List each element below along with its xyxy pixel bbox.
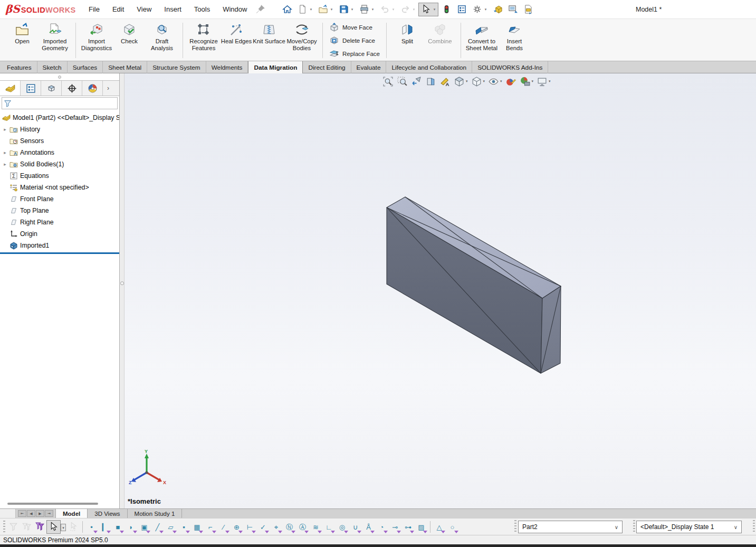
view-menu[interactable]: View	[130, 1, 158, 18]
filter-sketches-button[interactable]: ▦	[190, 520, 204, 534]
move-face-button[interactable]: Move Face	[327, 21, 382, 33]
print-button[interactable]: ▾	[357, 3, 377, 16]
toolbar-drag-handle[interactable]	[3, 521, 5, 533]
tree-item-top-plane[interactable]: Top Plane	[0, 205, 119, 216]
replace-face-button[interactable]: Replace Face	[327, 48, 382, 60]
filter-faces-button[interactable]: ■	[111, 520, 125, 534]
dropdown-caret[interactable]: ▾	[308, 7, 313, 12]
select-tool-button[interactable]: ▾	[46, 520, 61, 534]
filter-connection-points-button[interactable]: ⊸	[388, 520, 401, 534]
surfaces-tab[interactable]: Surfaces	[68, 61, 103, 73]
convert-to-sheet-metal-button[interactable]: Convert to Sheet Metal	[465, 20, 498, 61]
tree-item-equations[interactable]: Σ Equations	[0, 170, 119, 182]
tools-menu[interactable]: Tools	[188, 1, 216, 18]
filter-blocks-button[interactable]: Å	[362, 520, 375, 534]
filter-dimensions-button[interactable]: ⊢	[243, 520, 256, 534]
combo-caret-icon[interactable]: ∨	[734, 524, 738, 530]
insert-bends-button[interactable]: Insert Bends	[498, 20, 531, 61]
expand-arrow-icon[interactable]	[2, 162, 8, 167]
tree-item-right-plane[interactable]: Right Plane	[0, 216, 119, 228]
window-menu[interactable]: Window	[216, 1, 253, 18]
draft-analysis-button[interactable]: Draft Analysis	[146, 20, 178, 61]
direct-editing-tab[interactable]: Direct Editing	[303, 61, 351, 73]
dropdown-caret[interactable]: ▾	[432, 7, 437, 12]
split-button[interactable]: Split	[391, 20, 424, 61]
capture-3d-view-button[interactable]	[505, 3, 520, 16]
3d-model[interactable]	[125, 73, 756, 508]
file-properties-button[interactable]	[454, 3, 469, 16]
move-copy-bodies-button[interactable]: Move/Copy Bodies	[285, 20, 318, 61]
dimxpertmanager-tab[interactable]	[62, 81, 82, 96]
panel-tabs-expand-button[interactable]: ›	[103, 81, 113, 96]
filter-routing-points-button[interactable]: ⊶	[401, 520, 415, 534]
panel-horizontal-scrollbar[interactable]	[7, 503, 98, 505]
toggle-selection-filters-button[interactable]	[33, 520, 46, 534]
filter-weld-beads-button[interactable]: △	[433, 520, 446, 534]
model-tab[interactable]: Model	[55, 509, 88, 518]
toolbar-drag-handle[interactable]	[633, 520, 635, 533]
panel-resize-grip[interactable]	[0, 73, 119, 80]
toolbar-drag-handle[interactable]	[514, 520, 516, 533]
tree-item-history[interactable]: History	[0, 124, 119, 135]
3d-cad-resources-button[interactable]	[490, 3, 505, 16]
tree-item-sensors[interactable]: Sensors	[0, 135, 119, 147]
save-button[interactable]: ▾	[336, 3, 356, 16]
dropdown-caret[interactable]: ▾	[411, 7, 416, 12]
filter-datums-button[interactable]: ∟	[322, 520, 336, 534]
nav-previous-button[interactable]: ◀	[27, 510, 35, 517]
combo-caret-icon[interactable]: ∨	[615, 524, 618, 530]
filter-datum-targets-button[interactable]: ◎	[336, 520, 349, 534]
options-button[interactable]: ▾	[470, 3, 490, 16]
dropdown-caret[interactable]: ▾	[483, 7, 488, 12]
filter-notes-button[interactable]: Ⓝ	[283, 520, 296, 534]
display-state-combobox[interactable]: <Default>_Display State 1 ∨	[636, 521, 742, 533]
filter-edges-button[interactable]: ▎	[98, 520, 111, 534]
knit-surface-button[interactable]: Knit Surface	[253, 20, 285, 61]
pin-icon[interactable]	[254, 4, 266, 15]
filter-surface-finish-symbols-button[interactable]: ✓	[256, 520, 270, 534]
dropdown-caret[interactable]: ▾	[370, 7, 375, 12]
tree-item-imported1[interactable]: Imported1	[0, 240, 119, 251]
open-button[interactable]: Open	[6, 20, 39, 61]
filter-surface-bodies-button[interactable]: ◗	[125, 520, 138, 534]
filter-dowel-pins-button[interactable]: ◔	[375, 520, 388, 534]
filter-solid-bodies-button[interactable]: ▣	[138, 520, 151, 534]
filter-vertices-button[interactable]: •	[85, 520, 98, 534]
export-document-button[interactable]	[521, 3, 535, 16]
filter-planes-button[interactable]: ▱	[164, 520, 177, 534]
check-button[interactable]: Check	[113, 20, 146, 61]
filter-weld-symbols-button[interactable]: ≋	[309, 520, 322, 534]
filter-geometric-tolerances-button[interactable]: ⌖	[270, 520, 283, 534]
import-diagnostics-button[interactable]: Import Diagnostics	[80, 20, 113, 61]
recognize-features-button[interactable]: Recognize Features	[187, 20, 220, 61]
filter-cosmetic-threads-button[interactable]: ∪	[349, 520, 362, 534]
graphics-viewport[interactable]: A ▾ ▾ ▾ ▾	[125, 73, 756, 508]
filter-weld-paths-button[interactable]: ○	[446, 520, 459, 534]
tree-item-material[interactable]: Material <not specified>	[0, 182, 119, 193]
tree-item-solid-bodies[interactable]: Solid Bodies(1)	[0, 158, 119, 170]
open-file-button[interactable]: ▾	[315, 3, 336, 16]
tree-item-origin[interactable]: Origin	[0, 228, 119, 240]
dropdown-caret[interactable]: ▾	[329, 7, 334, 12]
expand-arrow-icon[interactable]	[2, 150, 8, 155]
imported-geometry-button[interactable]: Imported Geometry	[39, 20, 71, 61]
home-button[interactable]	[280, 3, 294, 16]
tree-item-annotations[interactable]: A Annotations	[0, 147, 119, 158]
expand-arrow-icon[interactable]	[2, 127, 8, 132]
filter-hatches-button[interactable]: ▨	[415, 520, 428, 534]
displaymanager-tab[interactable]	[82, 81, 103, 96]
configurationmanager-tab[interactable]	[41, 81, 62, 96]
rollback-bar[interactable]	[0, 252, 119, 254]
nav-first-button[interactable]: ⇤	[18, 510, 26, 517]
featuremanager-tree-tab[interactable]	[0, 81, 21, 96]
filter-sketch-segments-button[interactable]: ⌐	[204, 520, 217, 534]
propertymanager-tab[interactable]	[21, 81, 41, 96]
weldments-tab[interactable]: Weldments	[206, 61, 248, 73]
edit-menu[interactable]: Edit	[106, 1, 130, 18]
heal-edges-button[interactable]: Heal Edges	[220, 20, 253, 61]
filter-sketch-points-button[interactable]: ▪	[177, 520, 190, 534]
features-tab[interactable]: Features	[2, 61, 37, 73]
solidworks-add-ins-tab[interactable]: SOLIDWORKS Add-Ins	[472, 61, 548, 73]
delete-face-button[interactable]: Delete Face	[327, 34, 382, 46]
file-menu[interactable]: File	[82, 1, 106, 18]
